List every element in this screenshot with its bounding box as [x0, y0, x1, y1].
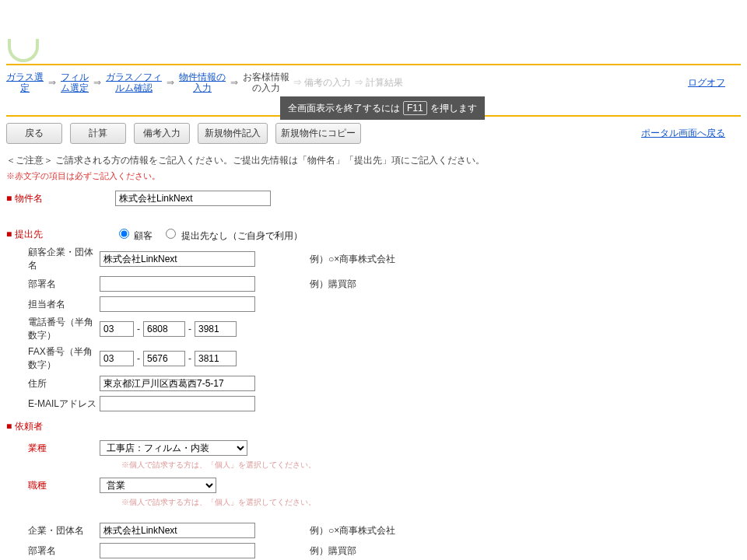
dash-icon: - — [188, 353, 191, 364]
req-company-row: 企業・団体名 例）○×商事株式会社 — [6, 522, 741, 539]
customer-company-row: 顧客企業・団体名 例）○×商事株式会社 — [6, 246, 741, 272]
arrow-icon: ⇒ — [92, 77, 103, 88]
logo-fragment — [8, 39, 39, 62]
example-dept: 例）購買部 — [310, 278, 356, 291]
customer-email-label: E-MAILアドレス — [6, 397, 100, 411]
customer-person-input[interactable] — [100, 296, 255, 312]
customer-fax-row: FAX番号（半角数字） - - — [6, 345, 741, 372]
radio-customer-text: 顧客 — [134, 230, 153, 241]
breadcrumb-future: ⇒ 備考の入力 ⇒ 計算結果 — [293, 76, 403, 89]
breadcrumb-step-film[interactable]: フィルム選定 — [61, 72, 89, 94]
action-button-row: 戻る 計算 備考入力 新規物件記入 新規物件にコピー ポータル画面へ戻る — [6, 123, 741, 144]
radio-none-label[interactable]: 提出先なし（ご自身で利用） — [162, 226, 302, 243]
customer-person-label: 担当者名 — [6, 298, 100, 311]
customer-addr-row: 住所 — [6, 375, 741, 392]
topbar-divider — [6, 64, 741, 65]
req-company-input[interactable] — [100, 523, 255, 538]
tooltip-text-pre: 全画面表示を終了するには — [288, 102, 400, 115]
example-company-2: 例）○×商事株式会社 — [310, 524, 395, 537]
tooltip-text-post: を押します — [430, 102, 477, 115]
industry-select[interactable]: 工事店：フィルム・内装 — [100, 440, 247, 456]
fax-c-input[interactable] — [195, 351, 237, 366]
portal-link[interactable]: ポータル画面へ戻る — [641, 127, 725, 140]
jobtype-row: 職種 営業 — [6, 477, 741, 494]
jobtype-select[interactable]: 営業 — [100, 478, 216, 493]
breadcrumb-step-property[interactable]: 物件情報の入力 — [179, 72, 226, 94]
new-entry-button[interactable]: 新規物件記入 — [198, 123, 268, 144]
jobtype-hint: ※個人で請求する方は、「個人」を選択してください。 — [121, 497, 741, 508]
property-section-label: ■ 物件名 — [6, 192, 115, 205]
radio-customer[interactable] — [119, 229, 129, 239]
calc-button[interactable]: 計算 — [70, 123, 126, 144]
submit-to-section-label: ■ 提出先 — [6, 228, 115, 241]
tel-b-input[interactable] — [143, 321, 185, 337]
arrow-icon: ⇒ — [47, 77, 58, 88]
customer-person-row: 担当者名 — [6, 296, 741, 313]
customer-addr-input[interactable] — [100, 376, 255, 391]
customer-company-input[interactable] — [100, 251, 255, 267]
customer-email-input[interactable] — [100, 396, 255, 411]
radio-none[interactable] — [166, 229, 176, 239]
breadcrumb-step-confirm[interactable]: ガラス／フィルム確認 — [106, 72, 162, 94]
logoff-link[interactable]: ログオフ — [688, 77, 725, 88]
new-copy-button[interactable]: 新規物件にコピー — [275, 123, 361, 144]
breadcrumb-current: お客様情報の入力 — [243, 72, 289, 94]
back-button[interactable]: 戻る — [6, 123, 62, 144]
requester-section-label: ■ 依頼者 — [6, 420, 741, 433]
breadcrumb: ガラス選定 ⇒ フィルム選定 ⇒ ガラス／フィルム確認 ⇒ 物件情報の入力 ⇒ … — [6, 72, 741, 94]
customer-tel-label: 電話番号（半角数字） — [6, 316, 100, 342]
breadcrumb-step-glass[interactable]: ガラス選定 — [6, 72, 44, 94]
radio-none-text: 提出先なし（ご自身で利用） — [181, 230, 303, 241]
req-dept-row: 部署名 例）購買部 — [6, 542, 741, 559]
customer-email-row: E-MAILアドレス — [6, 395, 741, 412]
industry-hint: ※個人で請求する方は、「個人」を選択してください。 — [121, 460, 741, 471]
tel-c-input[interactable] — [195, 321, 237, 337]
fullscreen-tooltip: 全画面表示を終了するには F11 を押します — [280, 96, 485, 120]
arrow-icon: ⇒ — [165, 77, 176, 88]
arrow-icon: ⇒ — [229, 77, 240, 88]
property-name-input[interactable] — [115, 191, 271, 206]
customer-dept-input[interactable] — [100, 276, 255, 292]
fax-b-input[interactable] — [143, 351, 185, 366]
fax-a-input[interactable] — [100, 351, 134, 366]
customer-addr-label: 住所 — [6, 377, 100, 390]
req-company-label: 企業・団体名 — [6, 524, 100, 537]
notice-required: ※赤文字の項目は必ずご記入ください。 — [6, 170, 741, 182]
radio-customer-label[interactable]: 顧客 — [115, 226, 153, 243]
example-dept-2: 例）購買部 — [310, 544, 356, 558]
dash-icon: - — [137, 324, 140, 334]
industry-row: 業種 工事店：フィルム・内装 — [6, 439, 741, 457]
tooltip-key: F11 — [403, 101, 427, 115]
customer-fax-label: FAX番号（半角数字） — [6, 345, 100, 372]
industry-label: 業種 — [6, 442, 100, 455]
dash-icon: - — [188, 324, 191, 334]
example-company: 例）○×商事株式会社 — [310, 253, 395, 266]
customer-dept-label: 部署名 — [6, 278, 100, 291]
property-name-row: ■ 物件名 — [6, 190, 741, 207]
req-dept-input[interactable] — [100, 543, 255, 558]
submit-to-row: ■ 提出先 顧客 提出先なし（ご自身で利用） — [6, 226, 741, 243]
customer-tel-row: 電話番号（半角数字） - - — [6, 316, 741, 342]
customer-dept-row: 部署名 例）購買部 — [6, 275, 741, 292]
dash-icon: - — [137, 353, 140, 364]
notice-main: ＜ご注意＞ ご請求される方の情報をご記入ください。ご提出先情報は「物件名」「提出… — [6, 154, 741, 167]
content-area: ＜ご注意＞ ご請求される方の情報をご記入ください。ご提出先情報は「物件名」「提出… — [6, 154, 741, 560]
jobtype-label: 職種 — [6, 479, 100, 492]
customer-company-label: 顧客企業・団体名 — [6, 246, 100, 272]
notes-button[interactable]: 備考入力 — [134, 123, 190, 144]
req-dept-label: 部署名 — [6, 544, 100, 558]
tel-a-input[interactable] — [100, 321, 134, 337]
